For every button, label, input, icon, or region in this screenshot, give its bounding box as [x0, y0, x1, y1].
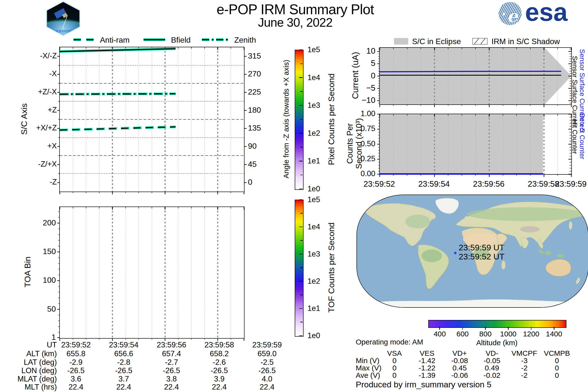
- ephemeris-value: 3.9: [214, 374, 224, 384]
- map-time-label-start: 23:59:52 UT: [459, 252, 504, 261]
- irm-shadow-hatch-swatch-icon: [472, 38, 488, 44]
- pixel-colorbar-tick-label: 1e4: [308, 73, 320, 82]
- voltage-value: -3: [521, 356, 528, 365]
- voltage-value: 0: [392, 364, 397, 372]
- bfield-legend-line-icon: [142, 37, 166, 42]
- voltage-row-label: Max (V): [356, 364, 382, 372]
- colorbar-tick: [300, 240, 302, 240]
- operating-mode-text: Operating mode: AM: [356, 338, 423, 346]
- tof-counts-colorbar: [295, 200, 304, 337]
- voltage-column-header: VSA: [387, 349, 402, 358]
- colorbar-tick: [300, 175, 302, 175]
- angle-axis-tick-label: 315: [248, 51, 261, 60]
- voltage-value: -1.42: [419, 356, 435, 365]
- ephemeris-value: 22.4: [260, 383, 274, 392]
- ephemeris-value: 22.4: [164, 383, 179, 392]
- colorbar-tick: [299, 105, 302, 106]
- ephemeris-row-label: MLT (hrs): [25, 383, 57, 392]
- cassiope-label: CASSIOPE: [46, 29, 81, 33]
- colorbar-tick: [299, 308, 302, 309]
- angle-axis-tick-label: 225: [248, 88, 261, 96]
- voltage-value: -2: [521, 364, 528, 372]
- counts-axis-tick-label: 0.00: [361, 169, 375, 178]
- ephemeris-value: 658.2: [210, 349, 229, 358]
- voltage-value: -0.08: [451, 356, 468, 365]
- produced-by-text: Produced by irm_summary version 5: [356, 380, 492, 389]
- current-axis-tick-label: −10: [362, 96, 375, 105]
- voltage-value: -1.39: [419, 371, 435, 380]
- altitude-colorbar-tick: [508, 327, 508, 330]
- time-axis-tick-label: 23:59:56: [473, 179, 504, 189]
- altitude-colorbar-title: Altitude (km): [476, 338, 518, 347]
- tof-colorbar-tick-label: 1e2: [308, 277, 320, 286]
- east-north-america-forest: [406, 214, 430, 228]
- ephemeris-value: 3.7: [118, 374, 129, 384]
- voltage-column-header: VMCPF: [512, 349, 537, 358]
- sc-axis-category-label: +X: [47, 142, 57, 150]
- counts-axis-tick-label: 0.75: [361, 124, 375, 133]
- toa-axis-tick-label: 100: [43, 276, 56, 285]
- toa-axis-tick-label: 150: [43, 247, 56, 256]
- altitude-colorbar-tick-label: 1200: [523, 330, 540, 338]
- altitude-colorbar-tick: [462, 327, 463, 330]
- anti-ram-legend-line-icon: [72, 37, 96, 42]
- ground-track-map: 23:59:59 UT 23:59:52 UT: [356, 194, 588, 308]
- angle-axis-tick-label: 45: [248, 160, 257, 168]
- esa-globe-e-glyph: e: [507, 6, 518, 25]
- esa-wordmark: esa: [525, 0, 568, 27]
- angle-axis-tick-label: 0: [248, 178, 252, 187]
- ephemeris-row-label: LON (deg): [21, 366, 57, 375]
- ephemeris-value: 23:59:58: [204, 340, 234, 349]
- voltage-value: -1.22: [419, 364, 435, 372]
- page-title: e-POP IRM Summary Plot: [216, 1, 374, 18]
- sc-axis-category-label: -Z/+X: [38, 160, 57, 168]
- sc-axis-category-label: -X/-Z: [40, 52, 57, 60]
- pixel-colorbar-tick-label: 1e2: [308, 129, 320, 138]
- voltage-value: 0: [392, 356, 397, 365]
- borneo: [545, 251, 551, 255]
- colorbar-tick: [299, 77, 302, 78]
- ephemeris-value: -2.5: [260, 358, 274, 367]
- pixel-colorbar-label: Pixel Counts per Second: [326, 74, 336, 165]
- ephemeris-value: 657.4: [162, 349, 181, 358]
- colorbar-tick: [299, 50, 302, 50]
- altitude-colorbar-tick: [554, 327, 554, 330]
- ephemeris-value: -2.6: [213, 358, 226, 367]
- cassiope-mission-patch: CASSIOPE: [44, 1, 82, 36]
- north-eurasia-forest: [467, 207, 585, 221]
- ephemeris-value: 655.8: [66, 349, 86, 358]
- tof-colorbar-tick-label: 1e5: [308, 195, 320, 204]
- voltage-value: 0: [555, 356, 559, 365]
- voltage-value: 0.49: [485, 364, 499, 372]
- colorbar-tick: [300, 213, 302, 214]
- esa-logo: e esa: [498, 2, 572, 26]
- voltage-column-header: VCMPB: [544, 349, 570, 358]
- britain: [464, 216, 468, 222]
- altitude-colorbar-tick-label: 800: [479, 330, 492, 338]
- pointing-legend-label: Zenith: [234, 36, 256, 44]
- ephemeris-value: -2.7: [165, 358, 178, 367]
- amazon-forest: [422, 250, 442, 262]
- ephemeris-row-label: ALT (km): [26, 349, 57, 358]
- current-axis-tick-label: −5: [366, 83, 375, 92]
- esa-globe-dot-icon: [502, 13, 505, 16]
- voltage-value: 0: [555, 371, 559, 380]
- sc-axis-pointing-plot: [59, 47, 244, 192]
- colorbar-tick: [299, 254, 302, 254]
- ephemeris-value: 4.0: [262, 374, 272, 384]
- altitude-colorbar-tick-label: 1000: [500, 330, 516, 338]
- altitude-colorbar-tick: [485, 327, 486, 330]
- irm-summary-plot-page: CASSIOPE e-POP IRM Summary Plot June 30,…: [0, 0, 588, 392]
- sc-axis-category-label: -Z: [50, 178, 57, 186]
- ephemeris-value: 22.4: [212, 383, 226, 392]
- ephemeris-value: 23:59:59: [252, 340, 282, 349]
- ephemeris-value: 23:59:52: [61, 340, 91, 349]
- altitude-colorbar-tick: [531, 327, 532, 330]
- map-time-labels: 23:59:59 UT 23:59:52 UT: [459, 243, 504, 261]
- voltage-value: -0.05: [484, 356, 500, 365]
- zenith-legend-line-icon: [201, 37, 230, 42]
- sc-axis-ylabel: S/C Axis: [19, 104, 29, 135]
- sc-axis-category-label: -X: [49, 69, 57, 78]
- colorbar-tick: [300, 64, 302, 64]
- eclipse-gray-swatch-icon: [394, 38, 408, 44]
